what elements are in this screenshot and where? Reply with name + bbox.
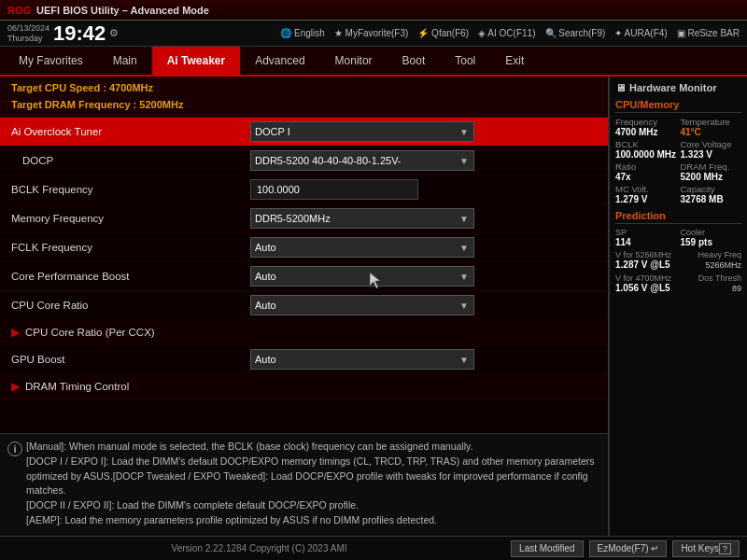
info-icon: i bbox=[7, 441, 22, 456]
dram-timing-control-label: DRAM Timing Control bbox=[25, 381, 129, 392]
date-label: 06/13/2024Thursday bbox=[7, 23, 49, 44]
date-display: 06/13/2024Thursday bbox=[7, 23, 49, 44]
core-performance-boost-dropdown-wrapper: Auto ▼ bbox=[250, 266, 474, 287]
bclk-frequency-row: BCLK Frequency bbox=[0, 175, 608, 204]
fclk-frequency-dropdown-wrapper: Auto ▼ bbox=[250, 237, 474, 258]
ai-overclock-tuner-row: Ai Overclock Tuner DOCP I Manual Auto DO… bbox=[0, 118, 608, 147]
monitor-icon: 🖥 bbox=[615, 82, 626, 93]
tab-exit[interactable]: Exit bbox=[490, 47, 539, 75]
info-line-4: [AEMP]: Load the memory parameters profi… bbox=[26, 513, 599, 528]
ai-oc-icon[interactable]: ◈ AI OC(F11) bbox=[478, 28, 535, 38]
memory-frequency-select[interactable]: DDR5-5200MHz bbox=[250, 208, 474, 229]
last-modified-button[interactable]: Last Modified bbox=[511, 540, 583, 557]
hw-mc-volt-label: MC Volt. 1.279 V bbox=[615, 184, 677, 204]
right-panel: 🖥 Hardware Monitor CPU/Memory Frequency … bbox=[609, 77, 747, 536]
info-line-1: [Manual]: When manual mode is selected, … bbox=[26, 440, 599, 455]
memory-frequency-dropdown-wrapper: DDR5-5200MHz ▼ bbox=[250, 208, 474, 229]
myfavorite-icon[interactable]: ★ MyFavorite(F3) bbox=[334, 28, 409, 38]
hw-temperature-label: Temperature 41°C bbox=[681, 117, 742, 137]
ez-mode-button[interactable]: EzMode(F7) ↵ bbox=[589, 540, 668, 557]
hw-capacity-label: Capacity 32768 MB bbox=[681, 184, 742, 204]
dram-expand-icon: ▶ bbox=[11, 380, 20, 393]
search-icon[interactable]: 🔍 Search(F9) bbox=[545, 28, 606, 38]
memory-frequency-control: DDR5-5200MHz ▼ bbox=[243, 204, 608, 232]
fclk-frequency-control: Auto ▼ bbox=[243, 233, 608, 261]
expand-icon: ▶ bbox=[11, 326, 20, 339]
cpu-memory-section-label: CPU/Memory bbox=[615, 99, 741, 113]
docp-label: DOCP bbox=[0, 149, 243, 172]
cpu-core-ratio-per-ccx-label: CPU Core Ratio (Per CCX) bbox=[25, 327, 155, 338]
aura-icon[interactable]: ✦ AURA(F4) bbox=[614, 28, 667, 38]
hardware-monitor-title: 🖥 Hardware Monitor bbox=[615, 82, 741, 93]
hw-bclk-label: BCLK 100.0000 MHz bbox=[615, 139, 677, 160]
left-panel: Target CPU Speed : 4700MHz Target DRAM F… bbox=[0, 77, 609, 536]
status-bar: Version 2.22.1284 Copyright (C) 2023 AMI… bbox=[0, 536, 747, 560]
prediction-5266-item: V for 5266MHz Heavy Freq 1.287 V @L5 526… bbox=[615, 250, 741, 270]
time-section: 06/13/2024Thursday 19:42 ⚙ bbox=[7, 23, 119, 44]
ai-overclock-tuner-dropdown-wrapper: DOCP I Manual Auto DOCP II EXPO I EXPO I… bbox=[250, 121, 474, 142]
gpu-boost-label: GPU Boost bbox=[0, 348, 243, 371]
status-version: Version 2.22.1284 Copyright (C) 2023 AMI bbox=[172, 543, 347, 553]
resize-bar-icon[interactable]: ▣ ReSize BAR bbox=[677, 28, 740, 38]
settings-area: Ai Overclock Tuner DOCP I Manual Auto DO… bbox=[0, 118, 608, 433]
ai-overclock-tuner-control: DOCP I Manual Auto DOCP II EXPO I EXPO I… bbox=[243, 118, 608, 146]
docp-select[interactable]: DDR5-5200 40-40-40-80-1.25V- bbox=[250, 150, 474, 171]
core-performance-boost-select[interactable]: Auto bbox=[250, 266, 474, 287]
prediction-cooler-item: Cooler 159 pts bbox=[681, 228, 742, 247]
tab-advanced[interactable]: Advanced bbox=[240, 47, 319, 75]
settings-gear-icon[interactable]: ⚙ bbox=[109, 27, 119, 39]
bclk-frequency-label: BCLK Frequency bbox=[0, 178, 243, 201]
info-icons-bar: 🌐 English ★ MyFavorite(F3) ⚡ Qfan(F6) ◈ … bbox=[280, 28, 740, 38]
fclk-frequency-row: FCLK Frequency Auto ▼ bbox=[0, 233, 608, 262]
bclk-frequency-control bbox=[243, 175, 608, 203]
hw-frequency-label: Frequency 4700 MHz bbox=[615, 117, 677, 137]
memory-frequency-row: Memory Frequency DDR5-5200MHz ▼ bbox=[0, 204, 608, 233]
ai-overclock-tuner-label: Ai Overclock Tuner bbox=[0, 120, 243, 143]
target-info: Target CPU Speed : 4700MHz Target DRAM F… bbox=[0, 77, 608, 118]
cpu-core-ratio-per-ccx-section[interactable]: ▶ CPU Core Ratio (Per CCX) bbox=[0, 320, 608, 345]
info-text-area: i [Manual]: When manual mode is selected… bbox=[0, 433, 608, 536]
prediction-sp-item: SP 114 bbox=[615, 228, 677, 247]
fclk-frequency-label: FCLK Frequency bbox=[0, 236, 243, 259]
tab-my-favorites[interactable]: My Favorites bbox=[4, 47, 98, 75]
core-performance-boost-control: Auto ▼ bbox=[243, 262, 608, 290]
gpu-boost-row: GPU Boost Auto ▼ bbox=[0, 345, 608, 374]
rog-logo: ROG bbox=[7, 5, 31, 16]
tab-boot[interactable]: Boot bbox=[388, 47, 441, 75]
prediction-sp-cooler-row: SP 114 Cooler 159 pts bbox=[615, 228, 741, 247]
gpu-boost-control: Auto ▼ bbox=[243, 345, 608, 373]
gpu-boost-dropdown-wrapper: Auto ▼ bbox=[250, 349, 474, 370]
gpu-boost-select[interactable]: Auto bbox=[250, 349, 474, 370]
cpu-core-ratio-select[interactable]: Auto bbox=[250, 295, 474, 315]
dram-timing-control-section[interactable]: ▶ DRAM Timing Control bbox=[0, 374, 608, 399]
tab-tool[interactable]: Tool bbox=[440, 47, 490, 75]
cpu-core-ratio-row: CPU Core Ratio Auto ▼ bbox=[0, 291, 608, 320]
status-right-buttons: Last Modified EzMode(F7) ↵ Hot Keys ? bbox=[511, 540, 740, 557]
ai-overclock-tuner-select[interactable]: DOCP I Manual Auto DOCP II EXPO I EXPO I… bbox=[250, 121, 474, 142]
time-display: 19:42 bbox=[53, 23, 106, 44]
fclk-frequency-select[interactable]: Auto bbox=[250, 237, 474, 258]
main-layout: Target CPU Speed : 4700MHz Target DRAM F… bbox=[0, 77, 747, 536]
hot-keys-button[interactable]: Hot Keys ? bbox=[672, 540, 740, 557]
info-line-3: [DOCP II / EXPO II]: Load the DIMM's com… bbox=[26, 498, 599, 513]
hw-core-voltage-label: Core Voltage 1.323 V bbox=[681, 139, 742, 160]
cpu-memory-grid: Frequency 4700 MHz Temperature 41°C BCLK… bbox=[615, 117, 741, 204]
docp-row: DOCP DDR5-5200 40-40-40-80-1.25V- ▼ bbox=[0, 147, 608, 175]
tab-ai-tweaker[interactable]: Ai Tweaker bbox=[152, 47, 240, 75]
qfan-icon[interactable]: ⚡ Qfan(F6) bbox=[417, 28, 469, 38]
docp-control: DDR5-5200 40-40-40-80-1.25V- ▼ bbox=[243, 147, 608, 175]
target-cpu-speed: Target CPU Speed : 4700MHz bbox=[11, 80, 597, 97]
hw-dram-freq-label: DRAM Freq. 5200 MHz bbox=[681, 161, 742, 182]
core-performance-boost-label: Core Performance Boost bbox=[0, 265, 243, 287]
prediction-4700-item: V for 4700MHz Dos Thresh 1.056 V @L5 89 bbox=[615, 273, 741, 293]
info-bar: 06/13/2024Thursday 19:42 ⚙ 🌐 English ★ M… bbox=[0, 21, 747, 47]
bclk-frequency-input[interactable] bbox=[250, 179, 418, 200]
tab-main[interactable]: Main bbox=[98, 47, 152, 75]
nav-tabs: My Favorites Main Ai Tweaker Advanced Mo… bbox=[0, 47, 747, 77]
tab-monitor[interactable]: Monitor bbox=[320, 47, 388, 75]
docp-dropdown-wrapper: DDR5-5200 40-40-40-80-1.25V- ▼ bbox=[250, 150, 474, 171]
title-bar-text: UEFI BIOS Utility – Advanced Mode bbox=[36, 5, 209, 16]
language-icon[interactable]: 🌐 English bbox=[280, 28, 325, 38]
target-dram-frequency: Target DRAM Frequency : 5200MHz bbox=[11, 97, 597, 114]
cpu-core-ratio-dropdown-wrapper: Auto ▼ bbox=[250, 295, 474, 315]
